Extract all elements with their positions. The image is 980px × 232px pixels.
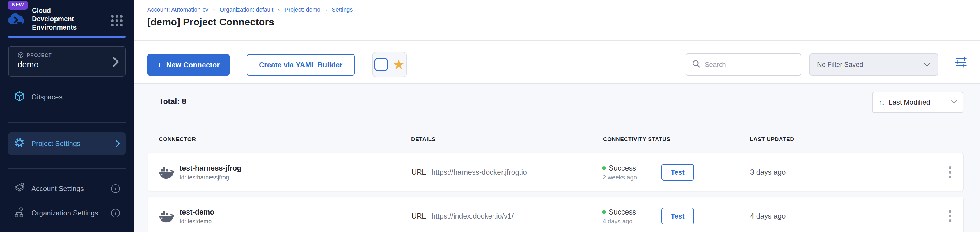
url-label: URL: bbox=[411, 212, 428, 220]
kebab-menu-icon[interactable] bbox=[944, 197, 956, 232]
chevron-right-icon bbox=[113, 57, 119, 68]
search-input[interactable] bbox=[705, 61, 792, 68]
new-connector-label: New Connector bbox=[166, 61, 220, 69]
sidebar-divider bbox=[8, 122, 126, 123]
module-grid-icon[interactable] bbox=[111, 15, 123, 27]
cloud-dev-environments-logo bbox=[8, 12, 27, 29]
total-count: Total: 8 bbox=[159, 97, 186, 106]
connector-name-cell: test-demo Id: testdemo bbox=[180, 197, 214, 232]
saved-filter-dropdown[interactable]: No Filter Saved bbox=[810, 54, 938, 76]
project-label: PROJECT bbox=[27, 53, 52, 58]
sidebar: NEW Cloud Development Environments PROJE… bbox=[0, 0, 134, 232]
breadcrumb-separator: › bbox=[325, 6, 327, 13]
connector-row[interactable]: test-harness-jfrog Id: testharnessjfrog … bbox=[148, 153, 964, 191]
new-badge: NEW bbox=[8, 1, 28, 10]
gear-icon bbox=[14, 137, 25, 150]
cube-icon bbox=[18, 52, 24, 59]
yaml-builder-label: Create via YAML Builder bbox=[259, 61, 342, 69]
favorites-filter-group: ★ bbox=[372, 52, 407, 77]
star-icon[interactable]: ★ bbox=[393, 58, 404, 71]
status-text: Success bbox=[609, 208, 636, 216]
test-connection-button[interactable]: Test bbox=[661, 208, 694, 224]
sidebar-divider bbox=[8, 168, 126, 168]
column-header-details: DETAILS bbox=[411, 136, 436, 143]
connector-row[interactable]: test-demo Id: testdemo URL: https://inde… bbox=[148, 197, 964, 232]
test-connection-button[interactable]: Test bbox=[661, 164, 694, 181]
page-title: [demo] Project Connectors bbox=[147, 16, 274, 28]
last-updated-cell: 4 days ago bbox=[750, 197, 786, 232]
sort-dropdown[interactable]: ↑↓ Last Modified bbox=[872, 92, 963, 113]
url-label: URL: bbox=[411, 168, 428, 176]
status-age: 4 days ago bbox=[603, 218, 636, 225]
sidebar-item-label: Organization Settings bbox=[32, 209, 98, 217]
breadcrumb-organization-link[interactable]: Organization: default bbox=[220, 6, 274, 13]
plus-icon: + bbox=[157, 60, 162, 70]
app-title: Cloud Development Environments bbox=[32, 6, 86, 32]
column-header-connectivity-status: CONNECTIVITY STATUS bbox=[603, 136, 670, 143]
breadcrumb-account-link[interactable]: Account: Automation-cv bbox=[147, 6, 208, 13]
toolbar: + New Connector Create via YAML Builder … bbox=[134, 41, 980, 84]
success-dot-icon bbox=[602, 166, 606, 170]
new-connector-button[interactable]: + New Connector bbox=[147, 54, 229, 76]
connectivity-status-cell: Success 2 weeks ago bbox=[602, 153, 637, 192]
search-box bbox=[686, 54, 801, 76]
success-dot-icon bbox=[602, 210, 606, 214]
connector-details-cell: URL: https://harness-docker.jfrog.io bbox=[411, 153, 527, 192]
sidebar-item-label: Gitspaces bbox=[32, 93, 62, 101]
account-settings-icon bbox=[14, 182, 25, 195]
connector-id: Id: testdemo bbox=[180, 218, 214, 225]
sidebar-item-gitspaces[interactable]: Gitspaces bbox=[8, 88, 126, 106]
status-text: Success bbox=[609, 164, 636, 172]
search-icon bbox=[692, 60, 701, 70]
status-age: 2 weeks ago bbox=[603, 174, 637, 181]
column-header-connector: CONNECTOR bbox=[159, 136, 196, 143]
docker-registry-icon bbox=[159, 197, 174, 232]
sidebar-item-project-settings[interactable]: Project Settings bbox=[8, 132, 126, 155]
sidebar-item-account-settings[interactable]: Account Settings i bbox=[8, 181, 126, 197]
project-name: demo bbox=[18, 60, 39, 70]
sort-arrows-icon: ↑↓ bbox=[878, 98, 884, 107]
sort-label: Last Modified bbox=[889, 98, 930, 106]
page-header: Account: Automation-cv › Organization: d… bbox=[134, 0, 980, 41]
breadcrumb-separator: › bbox=[278, 6, 280, 13]
favorites-checkbox[interactable] bbox=[374, 58, 388, 71]
organization-settings-icon bbox=[14, 207, 25, 219]
url-value: https://index.docker.io/v1/ bbox=[431, 212, 514, 220]
chevron-right-icon bbox=[116, 140, 120, 148]
column-header-last-updated: LAST UPDATED bbox=[750, 136, 794, 143]
saved-filter-label: No Filter Saved bbox=[817, 61, 863, 68]
connector-details-cell: URL: https://index.docker.io/v1/ bbox=[411, 197, 514, 232]
chevron-down-icon bbox=[924, 61, 931, 68]
connector-name-cell: test-harness-jfrog Id: testharnessjfrog bbox=[180, 153, 242, 192]
filter-sliders-icon[interactable] bbox=[955, 56, 967, 69]
connectivity-status-cell: Success 4 days ago bbox=[602, 197, 636, 232]
logo-underline bbox=[8, 36, 126, 38]
sidebar-item-organization-settings[interactable]: Organization Settings i bbox=[8, 205, 126, 221]
connector-id: Id: testharnessjfrog bbox=[180, 174, 242, 181]
connectors-list-panel: Total: 8 ↑↓ Last Modified CONNECTOR DETA… bbox=[134, 84, 980, 232]
last-updated-cell: 3 days ago bbox=[750, 153, 786, 192]
chevron-down-icon bbox=[951, 100, 957, 105]
connector-name: test-demo bbox=[180, 208, 214, 216]
sidebar-item-label: Project Settings bbox=[32, 140, 80, 148]
kebab-menu-icon[interactable] bbox=[944, 153, 956, 192]
connector-name: test-harness-jfrog bbox=[180, 164, 242, 172]
create-via-yaml-builder-button[interactable]: Create via YAML Builder bbox=[247, 54, 355, 76]
breadcrumb-settings-link[interactable]: Settings bbox=[332, 6, 353, 13]
url-value: https://harness-docker.jfrog.io bbox=[431, 168, 527, 176]
breadcrumb: Account: Automation-cv › Organization: d… bbox=[147, 6, 353, 13]
breadcrumb-separator: › bbox=[213, 6, 215, 13]
info-icon[interactable]: i bbox=[111, 209, 120, 218]
info-icon[interactable]: i bbox=[111, 184, 120, 193]
project-selector[interactable]: PROJECT demo bbox=[8, 46, 126, 77]
breadcrumb-project-link[interactable]: Project: demo bbox=[285, 6, 320, 13]
docker-registry-icon bbox=[159, 153, 174, 192]
gitspaces-cube-icon bbox=[14, 91, 25, 103]
sidebar-item-label: Account Settings bbox=[32, 184, 84, 193]
